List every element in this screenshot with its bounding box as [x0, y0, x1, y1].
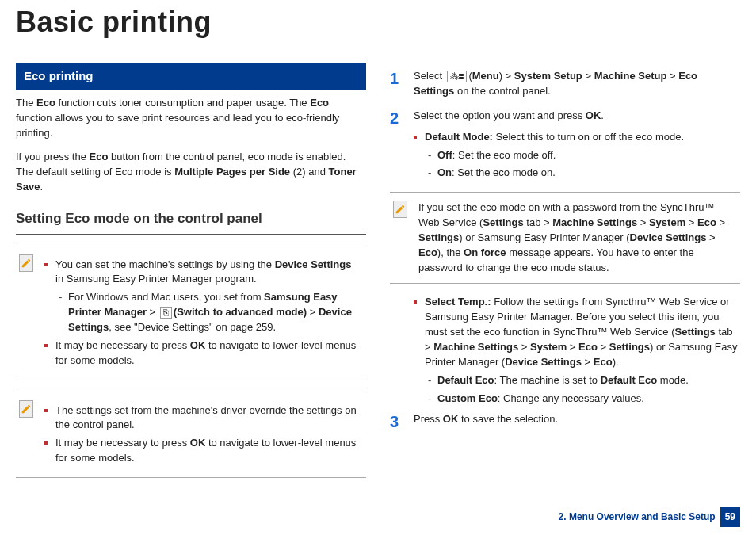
note2-bullet-1: The settings set from the machine's driv…	[44, 403, 361, 434]
select-temp-bullet: Select Temp.: Follow the settings from S…	[414, 295, 740, 406]
on-item: On: Set the eco mode on.	[425, 166, 740, 181]
switch-mode-icon: ⎘	[160, 307, 172, 319]
default-eco-item: Default Eco: The machine is set to Defau…	[425, 373, 740, 388]
footer-page-number: 59	[720, 507, 740, 527]
right-column: 1 Select ⁂≣(Menu) > System Setup > Machi…	[390, 63, 740, 489]
step-number: 1	[390, 67, 399, 90]
pencil-note-icon	[393, 201, 407, 218]
pencil-note-icon	[19, 400, 33, 418]
step-number: 3	[390, 411, 399, 434]
section-header: Eco printing	[16, 63, 366, 90]
pencil-note-icon	[19, 254, 33, 272]
step-3: 3 Press OK to save the selection.	[390, 412, 740, 427]
left-column: Eco printing The Eco function cuts toner…	[16, 63, 366, 489]
off-item: Off: Set the eco mode off.	[425, 148, 740, 163]
custom-eco-item: Custom Eco: Change any necessary values.	[425, 392, 740, 407]
page-title: Basic printing	[0, 0, 756, 48]
note2-bullet-2: It may be necessary to press OK to navig…	[44, 436, 361, 466]
note3-text: If you set the eco mode on with a passwo…	[418, 201, 735, 275]
step-2: 2 Select the option you want and press O…	[390, 109, 740, 181]
default-mode-bullet: Default Mode: Select this to turn on or …	[414, 130, 740, 182]
intro-paragraph-1: The Eco function cuts toner consumption …	[16, 96, 366, 141]
step-1: 1 Select ⁂≣(Menu) > System Setup > Machi…	[390, 69, 740, 99]
footer-chapter: 2. Menu Overview and Basic Setup	[559, 507, 716, 527]
note-box-2: The settings set from the machine's driv…	[16, 392, 366, 478]
note1-dash-1: For Windows and Mac users, you set from …	[55, 290, 361, 335]
note1-bullet-1: You can set the machine's settings by us…	[44, 258, 361, 335]
sub-heading: Setting Eco mode on the control panel	[16, 209, 366, 229]
note-box-3: If you set the eco mode on with a passwo…	[390, 192, 740, 284]
note1-bullet-2: It may be necessary to press OK to navig…	[44, 338, 361, 369]
intro-paragraph-2: If you press the Eco button from the con…	[16, 150, 366, 195]
menu-icon: ⁂≣	[447, 71, 468, 82]
note-box-1: You can set the machine's settings by us…	[16, 246, 366, 380]
page-footer: 2. Menu Overview and Basic Setup 59	[559, 507, 740, 527]
step-number: 2	[390, 107, 399, 130]
